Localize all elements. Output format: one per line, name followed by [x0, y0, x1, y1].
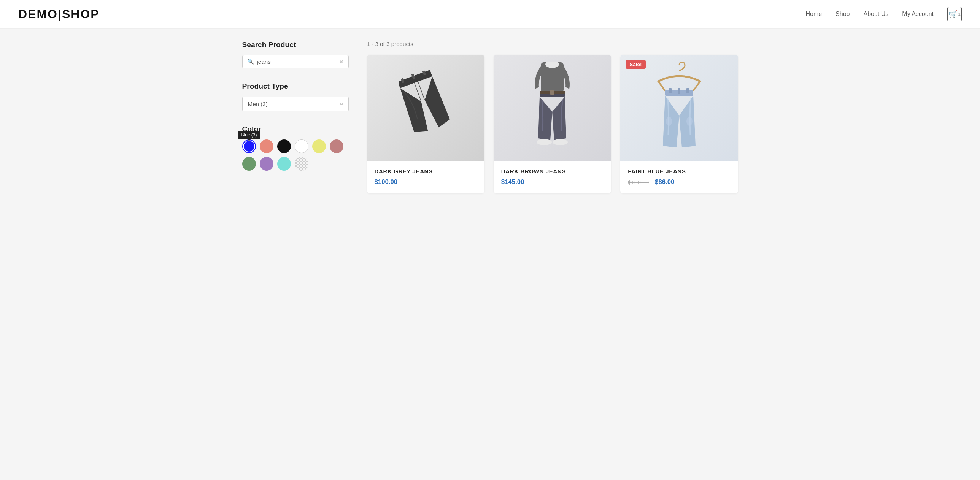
- svg-rect-15: [678, 88, 680, 94]
- color-swatch-teal[interactable]: [277, 157, 291, 171]
- product-sale-price: $86.00: [655, 178, 674, 186]
- product-price-dark-brown: $145.00: [501, 178, 603, 186]
- color-swatch-white[interactable]: [295, 139, 309, 153]
- cart-count: 1: [958, 11, 961, 17]
- product-name-faint-blue: FAINT BLUE JEANS: [628, 168, 730, 174]
- jeans-svg-dark-brown: [527, 62, 577, 154]
- product-original-price: $100.00: [628, 179, 649, 185]
- header: DEMO|SHOP Home Shop About Us My Account …: [0, 0, 980, 29]
- page-container: Search Product 🔍 ✕ Product Type Men (3) …: [224, 29, 756, 206]
- search-section: Search Product 🔍 ✕: [242, 41, 349, 68]
- products-grid: DARK GREY JEANS $100.00: [367, 55, 738, 193]
- product-name-dark-grey: DARK GREY JEANS: [375, 168, 477, 174]
- product-card-dark-grey-jeans[interactable]: DARK GREY JEANS $100.00: [367, 55, 485, 193]
- svg-rect-16: [686, 88, 689, 93]
- jeans-svg-dark-grey: [399, 66, 452, 150]
- results-info: 1 - 3 of 3 products: [367, 41, 738, 47]
- svg-rect-8: [550, 90, 554, 95]
- color-grid: Blue (3): [242, 139, 349, 171]
- color-swatch-black[interactable]: [277, 139, 291, 153]
- color-swatch-pink[interactable]: [260, 139, 274, 153]
- cart-button[interactable]: 🛒 1: [947, 7, 962, 21]
- product-type-section: Product Type Men (3) Women (0) Kids (0): [242, 82, 349, 111]
- svg-point-9: [536, 139, 552, 145]
- nav-about[interactable]: About Us: [863, 11, 888, 17]
- nav-account[interactable]: My Account: [902, 11, 934, 17]
- nav-home[interactable]: Home: [805, 11, 822, 17]
- main-nav: Home Shop About Us My Account 🛒 1: [805, 7, 962, 21]
- svg-point-10: [552, 139, 568, 145]
- nav-shop[interactable]: Shop: [835, 11, 850, 17]
- product-card-dark-brown-jeans[interactable]: DARK BROWN JEANS $145.00: [493, 55, 611, 193]
- color-section-title: Color: [242, 125, 349, 133]
- logo-shop: SHOP: [62, 7, 100, 21]
- sale-badge: Sale!: [625, 60, 646, 69]
- product-info-faint-blue: FAINT BLUE JEANS $100.00 $86.00: [620, 161, 738, 193]
- product-name-dark-brown: DARK BROWN JEANS: [501, 168, 603, 174]
- color-swatch-pattern[interactable]: [295, 157, 309, 171]
- svg-line-12: [693, 81, 700, 91]
- cart-icon: 🛒: [948, 10, 958, 19]
- search-input[interactable]: [257, 59, 336, 65]
- color-swatch-yellow[interactable]: [312, 139, 326, 153]
- product-type-select-wrapper: Men (3) Women (0) Kids (0): [242, 97, 349, 111]
- color-swatch-blue[interactable]: Blue (3): [242, 139, 256, 153]
- product-info-dark-grey: DARK GREY JEANS $100.00: [367, 161, 485, 193]
- sidebar: Search Product 🔍 ✕ Product Type Men (3) …: [242, 41, 349, 193]
- search-icon: 🔍: [247, 59, 254, 65]
- product-image-dark-grey: [367, 55, 485, 161]
- logo-pipe: |: [58, 7, 62, 21]
- product-info-dark-brown: DARK BROWN JEANS $145.00: [493, 161, 611, 193]
- product-card-faint-blue-jeans[interactable]: Sale!: [620, 55, 738, 193]
- svg-point-18: [686, 117, 692, 126]
- logo-demo: DEMO: [18, 7, 58, 21]
- product-price-dark-grey: $100.00: [375, 178, 477, 186]
- color-section: Color Blue (3): [242, 125, 349, 171]
- product-type-title: Product Type: [242, 82, 349, 90]
- jeans-svg-faint-blue: [654, 62, 704, 154]
- product-type-select[interactable]: Men (3) Women (0) Kids (0): [242, 97, 349, 111]
- search-box: 🔍 ✕: [242, 55, 349, 68]
- svg-rect-14: [669, 88, 671, 93]
- svg-point-17: [666, 117, 672, 126]
- main-content: 1 - 3 of 3 products: [367, 41, 738, 193]
- product-image-faint-blue: Sale!: [620, 55, 738, 161]
- product-image-dark-brown: [493, 55, 611, 161]
- search-section-title: Search Product: [242, 41, 349, 49]
- search-clear-button[interactable]: ✕: [339, 59, 344, 65]
- color-swatch-purple[interactable]: [260, 157, 274, 171]
- color-swatch-green[interactable]: [242, 157, 256, 171]
- logo[interactable]: DEMO|SHOP: [18, 7, 100, 21]
- svg-line-11: [658, 81, 665, 91]
- color-swatch-mauve[interactable]: [330, 139, 344, 153]
